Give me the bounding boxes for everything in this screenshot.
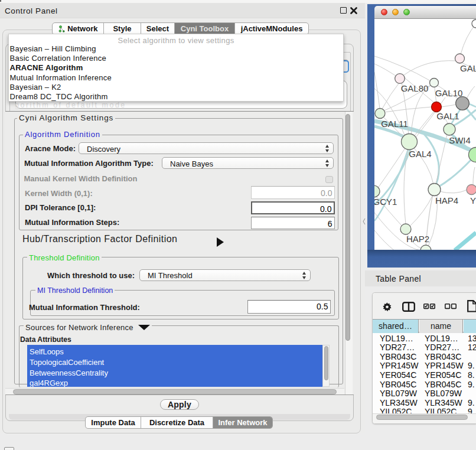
svg-text:HAP2: HAP2 bbox=[406, 234, 429, 244]
svg-text:GAL11: GAL11 bbox=[381, 119, 408, 129]
svg-text:GAL4: GAL4 bbox=[409, 149, 431, 159]
svg-text:GCY1: GCY1 bbox=[374, 197, 397, 207]
svg-text:GAL80: GAL80 bbox=[401, 83, 429, 93]
svg-text:SWI4: SWI4 bbox=[449, 135, 471, 145]
svg-text:GAL1: GAL1 bbox=[436, 111, 459, 121]
svg-text:GAL10: GAL10 bbox=[435, 88, 463, 98]
svg-text:HAP4: HAP4 bbox=[435, 195, 458, 206]
svg-text:YJL: YJL bbox=[470, 195, 476, 206]
svg-text:GAL7: GAL7 bbox=[460, 63, 476, 73]
